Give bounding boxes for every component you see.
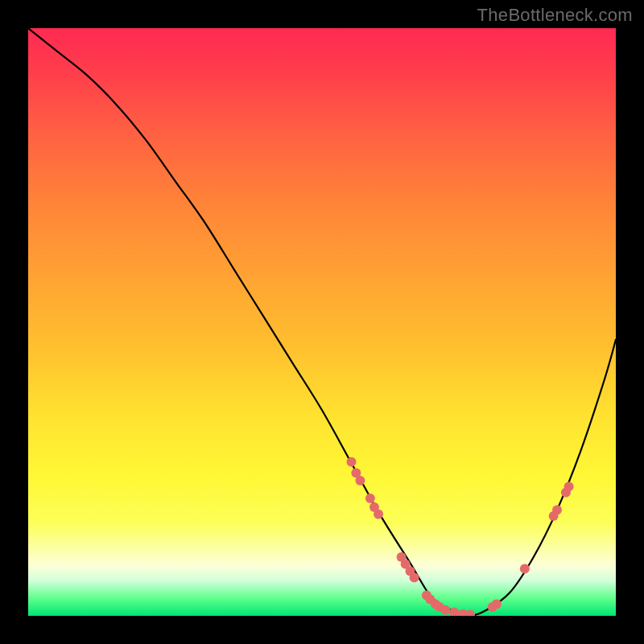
data-marker bbox=[355, 476, 365, 485]
data-marker bbox=[374, 510, 383, 519]
data-marker bbox=[365, 493, 375, 503]
curve-markers bbox=[347, 457, 574, 616]
data-marker bbox=[410, 573, 419, 583]
curve-svg bbox=[28, 28, 616, 616]
data-marker bbox=[552, 506, 562, 515]
plot-area bbox=[28, 28, 616, 616]
data-marker bbox=[520, 564, 530, 574]
data-marker bbox=[449, 608, 459, 616]
data-marker bbox=[465, 610, 475, 616]
data-marker bbox=[492, 599, 502, 609]
watermark-text: TheBottleneck.com bbox=[477, 5, 633, 26]
data-marker bbox=[440, 605, 450, 615]
bottleneck-curve bbox=[28, 28, 616, 616]
data-marker bbox=[347, 457, 357, 467]
chart-frame: TheBottleneck.com bbox=[0, 0, 644, 644]
data-marker bbox=[564, 481, 574, 491]
